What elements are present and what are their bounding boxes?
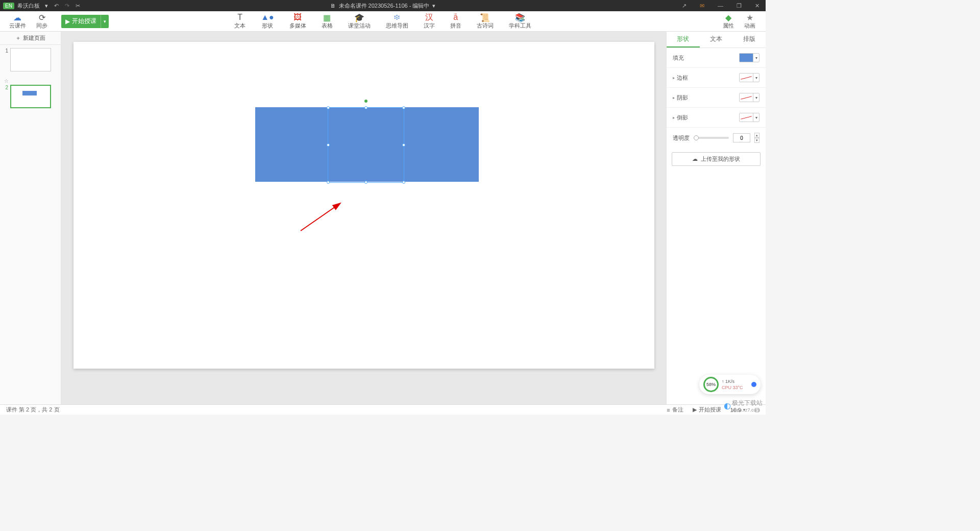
- animation-button[interactable]: ★动画: [744, 13, 755, 30]
- properties-button[interactable]: ◆属性: [723, 13, 734, 30]
- slide-thumb-2[interactable]: 2: [3, 85, 58, 108]
- sync-icon: ⟳: [39, 13, 45, 22]
- share-icon[interactable]: ↗: [682, 3, 687, 9]
- reflect-swatch[interactable]: ▾: [739, 113, 760, 122]
- pinyin-icon: ā: [453, 13, 458, 22]
- slide-thumb-1[interactable]: 1: [3, 48, 58, 71]
- opacity-slider[interactable]: [694, 137, 729, 139]
- multimedia-icon: 🖼: [293, 13, 302, 22]
- new-page-button[interactable]: ＋ 新建页面: [0, 32, 61, 45]
- hanzi-icon: 汉: [425, 13, 433, 22]
- reflect-row[interactable]: ▸倒影 ▾: [667, 108, 766, 128]
- page-info: 课件 第 2 页，共 2 页: [6, 406, 60, 414]
- opacity-stepper[interactable]: ▴▾: [754, 133, 760, 143]
- border-row[interactable]: ▸边框 ▾: [667, 68, 766, 88]
- subject-icon: 📚: [515, 13, 525, 22]
- fill-swatch[interactable]: ▾: [739, 53, 760, 62]
- perf-percent: 58%: [703, 377, 719, 392]
- start-teach-dropdown[interactable]: ▾: [101, 15, 109, 28]
- slide-canvas[interactable]: [74, 42, 654, 369]
- undo-icon[interactable]: ↶: [54, 3, 59, 9]
- reflect-label: 倒影: [677, 114, 688, 122]
- tool-hanzi[interactable]: 汉汉字: [424, 13, 435, 30]
- close-icon[interactable]: ✕: [755, 3, 760, 9]
- status-start-button[interactable]: ▶开始授课: [693, 406, 721, 414]
- resize-handle[interactable]: [364, 181, 368, 184]
- resize-handle[interactable]: [327, 143, 330, 147]
- text-icon: T: [237, 13, 242, 22]
- tool-pinyin[interactable]: ā拼音: [450, 13, 461, 30]
- opacity-label: 透明度: [673, 134, 690, 142]
- resize-handle[interactable]: [327, 106, 330, 109]
- poetry-icon: 📜: [480, 13, 490, 22]
- document-dropdown[interactable]: ▾: [432, 3, 435, 9]
- resize-handle[interactable]: [402, 106, 405, 109]
- notes-icon: ≡: [667, 407, 670, 413]
- chevron-down-icon[interactable]: ▾: [753, 54, 759, 62]
- properties-icon: ◆: [725, 13, 731, 22]
- tool-subject[interactable]: 📚学科工具: [509, 13, 531, 30]
- upload-shape-button[interactable]: ☁ 上传至我的形状: [672, 152, 761, 166]
- chevron-down-icon[interactable]: ▾: [753, 113, 759, 122]
- chevron-down-icon[interactable]: ▾: [753, 74, 759, 82]
- start-teach-button[interactable]: ▶ 开始授课: [61, 15, 101, 28]
- tool-multimedia[interactable]: 🖼多媒体: [289, 13, 306, 30]
- slide-number: 1: [3, 48, 8, 54]
- rotate-handle[interactable]: [364, 100, 368, 103]
- shadow-swatch[interactable]: ▾: [739, 93, 760, 102]
- cloud-courseware-button[interactable]: ☁ 云课件: [5, 13, 30, 30]
- resize-handle[interactable]: [402, 181, 405, 184]
- opacity-input[interactable]: [733, 133, 750, 142]
- maximize-icon[interactable]: ❐: [737, 3, 742, 9]
- expand-icon: ▸: [673, 95, 675, 100]
- slider-knob[interactable]: [694, 135, 699, 140]
- fill-row: 填充 ▾: [667, 48, 766, 68]
- sync-label: 同步: [36, 22, 47, 30]
- new-page-label: 新建页面: [23, 34, 45, 42]
- shadow-label: 阴影: [677, 94, 688, 102]
- cloud-icon: ☁: [13, 13, 21, 22]
- tool-shape[interactable]: ▲●形状: [261, 13, 274, 30]
- expand-icon: ▸: [673, 76, 675, 80]
- border-label: 边框: [677, 74, 688, 82]
- cloud-upload-icon: ☁: [692, 156, 698, 162]
- plus-icon: ＋: [15, 34, 21, 42]
- opacity-row: 透明度 ▴▾: [667, 128, 766, 148]
- perf-dot-icon: [751, 382, 756, 387]
- notes-button[interactable]: ≡备注: [667, 406, 683, 414]
- shadow-row[interactable]: ▸阴影 ▾: [667, 88, 766, 108]
- resize-handle[interactable]: [327, 181, 330, 184]
- mail-icon[interactable]: ✉: [700, 3, 704, 9]
- tab-shape[interactable]: 形状: [667, 32, 700, 47]
- tool-activity[interactable]: 🎓课堂活动: [348, 13, 371, 30]
- activity-icon: 🎓: [354, 13, 364, 22]
- performance-widget[interactable]: 58% ↑ 1K/s CPU 33°C: [699, 375, 761, 394]
- redo-icon[interactable]: ↷: [65, 3, 69, 9]
- sync-button[interactable]: ⟳ 同步: [30, 13, 54, 30]
- animation-icon: ★: [746, 13, 753, 22]
- border-swatch[interactable]: ▾: [739, 73, 760, 82]
- resize-handle[interactable]: [402, 143, 405, 147]
- resize-handle[interactable]: [364, 106, 368, 109]
- favorite-icon[interactable]: ☆: [4, 78, 9, 84]
- app-dropdown[interactable]: ▾: [45, 3, 48, 9]
- cpu-temp: CPU 33°C: [722, 384, 743, 391]
- title-bar: EN 希沃白板 ▾ ↶ ↷ ✂ 🗎 未命名课件 20230526-1106 - …: [0, 0, 766, 11]
- tool-table[interactable]: ▦表格: [322, 13, 333, 30]
- selection-box[interactable]: [328, 107, 404, 183]
- tab-text[interactable]: 文本: [700, 32, 733, 47]
- tool-poetry[interactable]: 📜古诗词: [477, 13, 494, 30]
- slide-panel: ＋ 新建页面 1 ☆ 2: [0, 32, 61, 404]
- main-area: ＋ 新建页面 1 ☆ 2: [0, 32, 766, 404]
- play-icon: ▶: [693, 406, 697, 413]
- minimize-icon[interactable]: —: [718, 3, 723, 9]
- cut-icon[interactable]: ✂: [76, 3, 80, 9]
- tool-mindmap[interactable]: ፨思维导图: [386, 13, 408, 30]
- tool-text[interactable]: T文本: [234, 13, 246, 30]
- perf-info: ↑ 1K/s CPU 33°C: [722, 378, 743, 391]
- watermark: ◐ 极光下载站 www.xz7.com: [724, 399, 763, 413]
- slide-preview: [10, 48, 51, 71]
- chevron-down-icon[interactable]: ▾: [753, 93, 759, 102]
- play-icon: ▶: [65, 18, 70, 25]
- tab-layout[interactable]: 排版: [732, 32, 766, 47]
